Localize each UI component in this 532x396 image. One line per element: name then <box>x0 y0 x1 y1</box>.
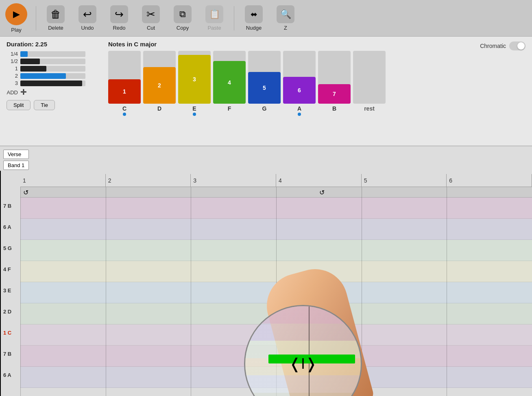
pr-row-4F <box>20 261 532 282</box>
delete-icon: 🗑 <box>47 5 65 23</box>
note-bar-D: 2 <box>143 67 176 104</box>
measure-2: 2 <box>106 174 191 187</box>
duration-track-2[interactable] <box>20 73 85 79</box>
undo-label: Undo <box>81 25 94 31</box>
paste-button[interactable]: 📋 Paste <box>202 5 227 31</box>
duration-track-1[interactable] <box>20 66 85 72</box>
note-name-rest: rest <box>364 105 375 112</box>
note-bar-container-B: 7 <box>318 51 351 104</box>
label-2D: 2 D <box>0 301 20 322</box>
note-bar-A: 6 <box>283 77 316 104</box>
note-name-A: A <box>297 105 301 112</box>
loop-icon-right[interactable]: ↺ <box>317 187 327 198</box>
label-7B: 7 B <box>0 195 20 216</box>
cut-button[interactable]: ✂ Cut <box>139 5 163 31</box>
duration-track-3[interactable] <box>20 81 85 86</box>
duration-title: Duration: 2.25 <box>7 41 96 48</box>
playhead <box>0 171 1 396</box>
duration-track-half[interactable] <box>20 59 85 64</box>
note-bar-C: 1 <box>108 79 141 104</box>
label-4F: 4 F <box>0 259 20 280</box>
note-dot-C <box>123 113 126 116</box>
note-bar-B: 7 <box>318 84 351 104</box>
note-number-C: 1 <box>123 88 126 95</box>
label-6A-2: 6 A <box>0 364 20 385</box>
duration-label-2: 2 <box>7 73 18 79</box>
delete-button[interactable]: 🗑 Delete <box>44 5 68 31</box>
pr-row-6A <box>20 219 532 240</box>
play-icon: ▶ <box>5 3 27 25</box>
nudge-button[interactable]: ⬌ Nudge <box>242 5 266 31</box>
note-col-G[interactable]: 5 G <box>248 51 281 116</box>
duration-fill-1 <box>20 66 46 72</box>
split-button[interactable]: Split <box>7 100 31 110</box>
note-name-B: B <box>332 105 336 112</box>
duration-track-quarter[interactable] <box>20 51 85 57</box>
duration-fill-3 <box>20 81 82 86</box>
note-col-rest[interactable]: rest <box>353 51 386 116</box>
note-dot-E <box>193 113 196 116</box>
notes-section: Notes in C major 1 C 2 D <box>108 41 468 116</box>
duration-row-1: 1 <box>7 65 96 72</box>
note-col-D[interactable]: 2 D <box>143 51 176 116</box>
loop-row: ↺ ↺ <box>20 187 532 198</box>
split-tie-area: Split Tie <box>7 100 96 110</box>
play-label: Play <box>11 27 21 33</box>
note-number-E: 3 <box>193 76 196 83</box>
note-number-B: 7 <box>333 91 336 97</box>
piano-roll: Verse Band 1 1 2 3 4 5 6 ↺ ↺ 7 B 6 A 5 G… <box>0 146 532 396</box>
note-name-D: D <box>157 105 161 112</box>
label-1C: 1 C <box>0 322 20 343</box>
note-name-C: C <box>122 105 126 112</box>
duration-row-2: 2 <box>7 73 96 79</box>
note-number-D: 2 <box>158 82 161 89</box>
duration-section: Duration: 2.25 1/4 1/2 1 2 <box>7 41 96 110</box>
pr-row-7B <box>20 198 532 219</box>
add-row: ADD ✛ <box>7 88 96 97</box>
note-col-B[interactable]: 7 B <box>318 51 351 116</box>
duration-row-quarter: 1/4 <box>7 51 96 57</box>
copy-button[interactable]: ⧉ Copy <box>170 5 195 31</box>
duration-label-1: 1 <box>7 65 18 72</box>
copy-icon: ⧉ <box>174 5 192 23</box>
note-bar-container-F: 4 <box>213 51 246 104</box>
measure-3: 3 <box>191 174 276 187</box>
copy-label: Copy <box>177 25 189 31</box>
pr-row-7B-2 <box>20 346 532 367</box>
duration-row-3: 3 <box>7 80 96 86</box>
note-bar-container-D: 2 <box>143 51 176 104</box>
note-col-E[interactable]: 3 E <box>178 51 211 116</box>
panel: Duration: 2.25 1/4 1/2 1 2 <box>0 37 532 146</box>
paste-icon: 📋 <box>205 5 223 23</box>
zoom-button[interactable]: 🔍 Z <box>273 5 298 31</box>
note-col-F[interactable]: 4 F <box>213 51 246 116</box>
note-col-A[interactable]: 6 A <box>283 51 316 116</box>
duration-label-half: 1/2 <box>7 58 18 64</box>
measure-1: 1 <box>20 174 106 187</box>
note-bar-F: 4 <box>213 61 246 104</box>
tie-button[interactable]: Tie <box>34 100 55 110</box>
pr-row-5G <box>20 240 532 261</box>
note-bar-container-C: 1 <box>108 51 141 104</box>
measure-5: 5 <box>362 174 447 187</box>
chromatic-toggle[interactable] <box>509 41 525 50</box>
loop-icon-left[interactable]: ↺ <box>20 187 31 198</box>
duration-row-half: 1/2 <box>7 58 96 64</box>
note-bar-container-rest <box>353 51 386 104</box>
label-3E: 3 E <box>0 280 20 301</box>
redo-button[interactable]: ↪ Redo <box>107 5 131 31</box>
measure-4: 4 <box>276 174 362 187</box>
nudge-icon: ⬌ <box>245 5 263 23</box>
add-plus-button[interactable]: ✛ <box>20 88 26 97</box>
note-bar-E: 3 <box>178 55 211 104</box>
play-button[interactable]: ▶ Play <box>4 3 28 33</box>
label-6A: 6 A <box>0 216 20 237</box>
duration-fill-2 <box>20 73 66 79</box>
note-bar-container-A: 6 <box>283 51 316 104</box>
note-col-C[interactable]: 1 C <box>108 51 141 116</box>
measure-6: 6 <box>447 174 532 187</box>
toolbar: ▶ Play 🗑 Delete ↩ Undo ↪ Redo ✂ Cut ⧉ Co… <box>0 0 532 37</box>
note-number-A: 6 <box>298 87 301 94</box>
undo-button[interactable]: ↩ Undo <box>75 5 100 31</box>
note-number-G: 5 <box>263 85 266 91</box>
